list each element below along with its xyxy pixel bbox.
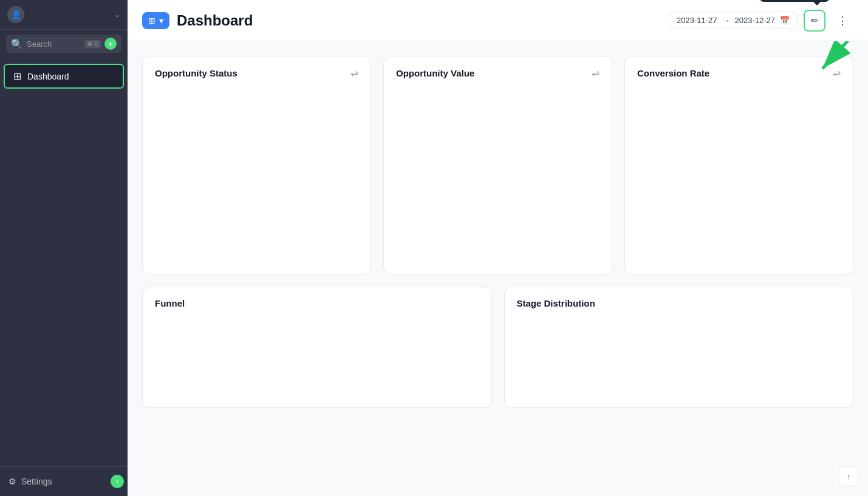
main-content: ⊞ ▾ Dashboard 2023-11-27 → 2023-12-27 📅 … [128,0,868,496]
cards-row-1: Opportunity Status ⇌ Opportunity Value ⇌… [142,56,853,274]
page-title: Dashboard [177,12,253,29]
search-shortcut: ⌘ K [84,40,101,48]
add-button[interactable]: + [104,38,117,50]
edit-btn-wrapper: ✏ Edit Dashboard [804,10,825,32]
export-button[interactable]: ↑ [839,467,858,486]
user-menu[interactable]: 👤 ⌄ [0,0,128,30]
search-placeholder: Search [27,39,81,49]
calendar-icon: 📅 [780,16,790,25]
conversion-rate-card: Conversion Rate ⇌ [624,56,853,274]
card-header: Stage Distribution [517,298,841,308]
opportunity-status-card: Opportunity Status ⇌ [142,56,371,274]
more-options-button[interactable]: ⋮ [832,10,853,32]
dashboard-type-button[interactable]: ⊞ ▾ [142,12,169,29]
settings-label: Settings [21,477,52,486]
sidebar-item-label: Dashboard [27,72,69,81]
card-title: Conversion Rate [637,68,709,78]
sidebar-item-dashboard[interactable]: ⊞ Dashboard [4,64,124,89]
filter-icon[interactable]: ⇌ [350,67,358,79]
more-icon: ⋮ [837,14,848,27]
header-left: ⊞ ▾ Dashboard [142,12,253,29]
search-bar[interactable]: 🔍 Search ⌘ K + [6,35,121,53]
header-right: 2023-11-27 → 2023-12-27 📅 ✏ Edit Dashboa… [669,10,853,32]
edit-icon: ✏ [811,15,819,26]
card-title: Funnel [155,298,185,308]
export-icon: ↑ [847,472,851,481]
date-end: 2023-12-27 [735,16,776,25]
card-header: Funnel [155,298,479,308]
header: ⊞ ▾ Dashboard 2023-11-27 → 2023-12-27 📅 … [128,0,868,41]
card-header: Opportunity Value ⇌ [396,67,600,79]
funnel-card: Funnel [142,287,492,408]
sidebar: 👤 ⌄ 🔍 Search ⌘ K + ⊞ Dashboard ⚙ Setting… [0,0,128,496]
search-icon: 🔍 [11,38,23,50]
cards-row-2: Funnel Stage Distribution [142,287,853,408]
sidebar-nav: ⊞ Dashboard [0,58,128,466]
card-title: Opportunity Status [155,68,238,78]
settings-icon: ⚙ [9,477,16,486]
date-range-picker[interactable]: 2023-11-27 → 2023-12-27 📅 [669,12,798,29]
opportunity-value-card: Opportunity Value ⇌ [383,56,612,274]
collapse-button[interactable]: ‹ [111,475,124,488]
avatar: 👤 [7,6,24,23]
dashboard-icon: ⊞ [13,70,21,82]
dashboard-content: Opportunity Status ⇌ Opportunity Value ⇌… [128,41,868,496]
edit-dashboard-button[interactable]: ✏ Edit Dashboard [804,10,825,32]
card-header: Opportunity Status ⇌ [155,67,358,79]
card-title: Opportunity Value [396,68,474,78]
stage-distribution-card: Stage Distribution [504,287,854,408]
sidebar-bottom: ⚙ Settings ‹ [0,466,128,496]
dashboard-type-icon: ⊞ [148,16,155,25]
card-header: Conversion Rate ⇌ [637,67,841,79]
filter-icon[interactable]: ⇌ [833,67,841,79]
tooltip: Edit Dashboard [760,0,829,2]
chevron-down-icon: ⌄ [114,10,120,19]
svg-line-1 [822,41,868,69]
card-title: Stage Distribution [517,298,595,308]
dashboard-type-chevron: ▾ [159,16,163,25]
filter-icon[interactable]: ⇌ [592,67,600,79]
settings-item[interactable]: ⚙ Settings [4,473,57,490]
date-arrow-icon: → [722,16,730,25]
date-start: 2023-11-27 [677,16,717,25]
